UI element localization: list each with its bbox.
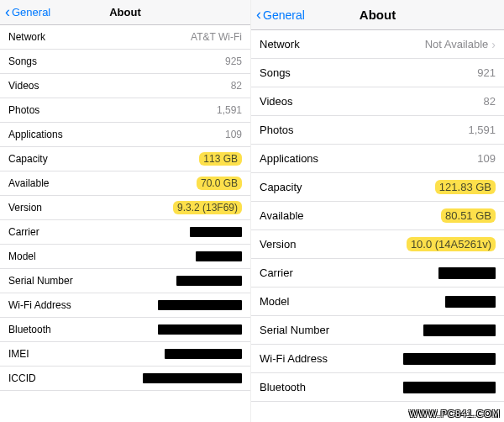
row-value-redacted <box>445 296 496 308</box>
row-value: 109 <box>477 152 496 165</box>
row-value: 109 <box>225 129 242 140</box>
row-value-text: 109 <box>477 152 496 165</box>
row-value-text: 1,591 <box>468 124 496 136</box>
row-value-redacted <box>438 267 496 279</box>
row-label: Wi-Fi Address <box>260 352 328 365</box>
redaction-bar <box>445 296 496 308</box>
settings-row: Songs925 <box>0 50 250 74</box>
row-value-text: 925 <box>225 55 242 67</box>
row-value: AT&T Wi-Fi <box>191 31 242 43</box>
redaction-bar <box>158 300 242 310</box>
row-value: 82 <box>231 80 242 92</box>
back-button[interactable]: ‹ General <box>5 6 50 19</box>
navbar: ‹ General About <box>251 0 504 30</box>
row-label: Available <box>8 177 49 189</box>
row-value-text: 109 <box>225 129 242 140</box>
row-label: Serial Number <box>260 324 329 336</box>
screen-left: ‹ General About NetworkAT&T Wi-FiSongs92… <box>0 0 250 422</box>
settings-row: Carrier <box>0 220 250 245</box>
settings-row: ICCID <box>0 367 250 391</box>
row-value-text: 70.0 GB <box>201 177 238 189</box>
settings-row: Serial Number <box>0 269 250 293</box>
redaction-bar <box>196 251 242 261</box>
row-value-text: 921 <box>477 66 496 79</box>
settings-row: Bluetooth <box>0 318 250 342</box>
settings-row: Bluetooth <box>251 373 504 402</box>
row-value: 9.3.2 (13F69) <box>173 201 242 214</box>
row-value: Not Available› <box>425 38 496 50</box>
row-label: Model <box>260 295 289 308</box>
row-label: Photos <box>8 104 39 116</box>
row-value: 10.0 (14A5261v) <box>407 237 496 251</box>
about-list-right: NetworkNot Available›Songs921Videos82Pho… <box>251 30 504 422</box>
watermark: WWW.PC841.COM <box>409 409 501 419</box>
row-value-redacted <box>196 251 242 261</box>
row-label: Carrier <box>8 226 39 238</box>
settings-row: Wi-Fi Address <box>251 345 504 373</box>
row-label: Videos <box>260 95 293 108</box>
settings-row: Serial Number <box>251 316 504 345</box>
row-value-text: 113 GB <box>203 153 238 165</box>
chevron-right-icon: › <box>491 39 496 50</box>
row-value-redacted <box>165 349 242 359</box>
row-label: Available <box>260 209 304 222</box>
settings-row: Available80.51 GB <box>251 202 504 230</box>
row-label: Carrier <box>260 266 293 279</box>
settings-row: Wi-Fi Address <box>0 293 250 318</box>
row-label: Applications <box>8 129 63 140</box>
row-value: 1,591 <box>468 124 496 136</box>
row-label: Model <box>8 251 36 262</box>
row-value: 925 <box>225 55 242 67</box>
row-label: Bluetooth <box>8 324 51 335</box>
settings-row: Applications109 <box>0 123 250 147</box>
about-list-left: NetworkAT&T Wi-FiSongs925Videos82Photos1… <box>0 25 250 422</box>
settings-row: Model <box>0 245 250 269</box>
row-label: Network <box>8 31 45 43</box>
screen-right: ‹ General About NetworkNot Available›Son… <box>250 0 504 422</box>
row-label: Capacity <box>260 181 302 193</box>
settings-row: Capacity113 GB <box>0 147 250 171</box>
row-value-text: 82 <box>231 80 242 92</box>
row-label: Wi-Fi Address <box>8 299 71 311</box>
row-label: Videos <box>8 80 39 92</box>
settings-row: Carrier <box>251 259 504 287</box>
row-value-text: 121.83 GB <box>439 181 491 193</box>
row-value-redacted <box>403 382 496 393</box>
row-value-text: AT&T Wi-Fi <box>191 31 242 43</box>
row-value: 121.83 GB <box>435 180 496 194</box>
settings-row: NetworkAT&T Wi-Fi <box>0 25 250 50</box>
row-value-text: Not Available <box>425 38 489 50</box>
settings-row: Model <box>251 287 504 316</box>
row-label: ICCID <box>8 372 36 384</box>
settings-row: Songs921 <box>251 59 504 87</box>
row-value-text: 9.3.2 (13F69) <box>177 202 238 214</box>
row-value: 80.51 GB <box>441 208 496 223</box>
back-button[interactable]: ‹ General <box>256 8 305 22</box>
redaction-bar <box>158 324 242 335</box>
row-label: Capacity <box>8 153 48 165</box>
row-label: Network <box>260 38 300 50</box>
settings-row: Available70.0 GB <box>0 171 250 196</box>
row-value: 82 <box>484 95 496 108</box>
redaction-bar <box>403 382 496 393</box>
settings-row[interactable]: NetworkNot Available› <box>251 30 504 59</box>
row-value-redacted <box>143 373 242 383</box>
settings-row: Capacity121.83 GB <box>251 173 504 202</box>
row-label: Version <box>8 202 42 214</box>
row-value-redacted <box>190 227 242 237</box>
settings-row: Version10.0 (14A5261v) <box>251 230 504 259</box>
row-value-text: 1,591 <box>217 104 242 116</box>
row-value-redacted <box>403 353 496 365</box>
settings-row: IMEI <box>0 342 250 367</box>
settings-row: Photos1,591 <box>0 98 250 123</box>
navbar: ‹ General About <box>0 0 250 25</box>
row-label: Serial Number <box>8 275 73 287</box>
row-value-text: 10.0 (14A5261v) <box>411 238 491 251</box>
settings-row: Videos82 <box>0 74 250 98</box>
row-value: 1,591 <box>217 104 242 116</box>
redaction-bar <box>165 349 242 359</box>
row-label: Songs <box>8 55 37 67</box>
back-chevron-icon: ‹ <box>5 4 10 19</box>
row-value-text: 82 <box>484 95 496 108</box>
back-chevron-icon: ‹ <box>256 7 261 22</box>
